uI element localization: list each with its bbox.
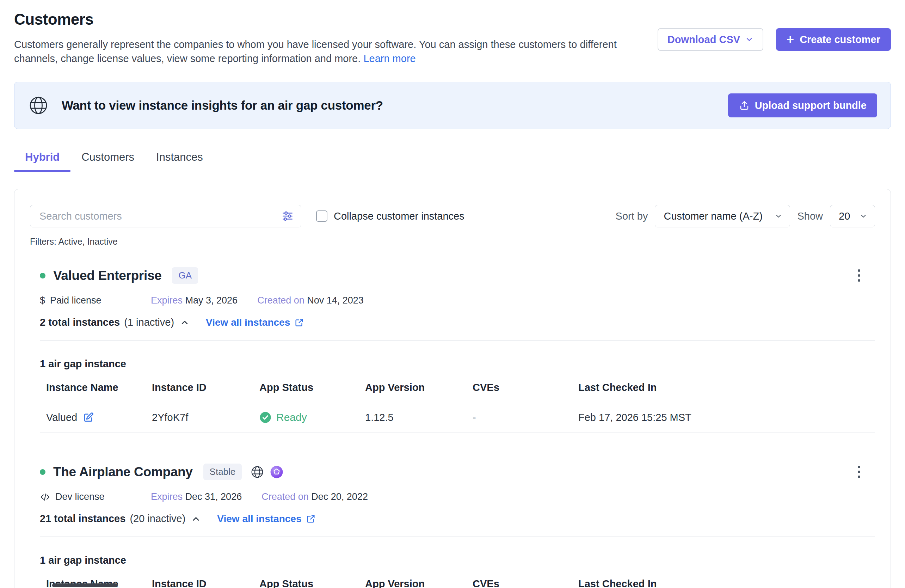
external-link-icon <box>306 514 316 524</box>
page-header: Customers Customers generally represent … <box>14 11 891 65</box>
chevron-down-icon <box>774 212 783 220</box>
dollar-icon: $ <box>40 295 45 306</box>
instance-name-cell: Valued <box>46 412 152 423</box>
page-description: Customers generally represent the compan… <box>14 37 645 65</box>
sort-by-label: Sort by <box>616 210 648 222</box>
app-status-cell: Ready <box>259 412 365 423</box>
instances-table: Instance Name Instance ID App Status App… <box>40 578 875 588</box>
page-title: Customers <box>14 11 645 28</box>
instances-table-header: Instance Name Instance ID App Status App… <box>40 578 875 588</box>
total-instances: 2 total instances <box>40 316 120 328</box>
divider <box>40 340 875 340</box>
col-instance-name: Instance Name <box>46 382 152 393</box>
customer-divider <box>30 443 875 443</box>
instances-summary-row: 21 total instances (20 inactive) View al… <box>40 513 875 524</box>
expires-meta: Expires May 3, 2026 <box>151 295 238 306</box>
customer-header: The Airplane Company Stable <box>40 463 875 481</box>
col-instance-id: Instance ID <box>152 382 259 393</box>
col-app-status: App Status <box>259 382 365 393</box>
sort-show-controls: Sort by Customer name (A-Z) Show 20 <box>616 205 875 227</box>
tab-bar: Hybrid Customers Instances <box>14 151 891 172</box>
upload-support-bundle-button[interactable]: Upload support bundle <box>728 94 877 118</box>
customer-header: Valued Enterprise GA <box>40 267 875 284</box>
search-wrap <box>30 205 301 227</box>
plus-icon: + <box>787 33 794 46</box>
inactive-count: (20 inactive) <box>130 513 185 524</box>
instances-summary-row: 2 total instances (1 inactive) View all … <box>40 316 875 328</box>
customer-the-airplane-company: The Airplane Company Stable <box>30 463 875 588</box>
airgap-heading: 1 air gap instance <box>40 555 875 566</box>
expires-meta: Expires Dec 31, 2026 <box>151 491 242 502</box>
customer-name[interactable]: The Airplane Company <box>53 465 193 480</box>
col-last-checked-in: Last Checked In <box>578 382 875 393</box>
app-version-cell: 1.12.5 <box>365 412 473 423</box>
airgap-banner: Want to view instance insights for an ai… <box>14 82 891 129</box>
show-label: Show <box>797 210 823 222</box>
license-row: Dev license Expires Dec 31, 2026 Created… <box>40 491 875 502</box>
col-cves: CVEs <box>473 578 578 588</box>
customer-name[interactable]: Valued Enterprise <box>53 268 161 283</box>
collapse-chevron-up-icon[interactable] <box>191 514 201 524</box>
created-meta: Created on Dec 20, 2022 <box>262 491 368 502</box>
check-circle-icon <box>259 412 272 423</box>
divider <box>40 537 875 537</box>
col-cves: CVEs <box>473 382 578 393</box>
collapse-chevron-up-icon[interactable] <box>180 318 190 327</box>
chevron-down-icon <box>745 35 753 44</box>
external-link-icon <box>294 318 304 327</box>
install-type-icons <box>250 465 283 479</box>
tab-customers[interactable]: Customers <box>70 151 145 172</box>
col-app-status: App Status <box>259 578 365 588</box>
create-customer-button[interactable]: + Create customer <box>776 28 891 51</box>
total-instances: 21 total instances <box>40 513 125 524</box>
channel-badge: Stable <box>203 464 242 480</box>
active-status-dot <box>40 469 46 475</box>
download-csv-button[interactable]: Download CSV <box>657 28 763 51</box>
page-header-text: Customers Customers generally represent … <box>14 11 645 65</box>
col-instance-id: Instance ID <box>152 578 259 588</box>
customers-page: Customers Customers generally represent … <box>0 0 905 588</box>
code-icon <box>40 492 51 502</box>
license-row: $ Paid license Expires May 3, 2026 Creat… <box>40 295 875 306</box>
active-filters-text: Filters: Active, Inactive <box>30 237 875 247</box>
learn-more-link[interactable]: Learn more <box>364 53 416 64</box>
search-input[interactable] <box>30 205 301 227</box>
col-app-version: App Version <box>365 382 473 393</box>
show-select[interactable]: 20 <box>830 205 875 227</box>
chevron-down-icon <box>859 212 868 220</box>
filter-sliders-icon[interactable] <box>282 210 294 222</box>
sort-select[interactable]: Customer name (A-Z) <box>655 205 790 227</box>
view-all-instances-link[interactable]: View all instances <box>217 513 315 524</box>
license-type: $ Paid license <box>40 295 151 306</box>
globe-icon <box>250 465 264 479</box>
instances-table: Instance Name Instance ID App Status App… <box>40 382 875 433</box>
col-app-version: App Version <box>365 578 473 588</box>
table-row: Valued 2YfoK7f Ready 1. <box>40 402 875 433</box>
kubernetes-app-icon <box>270 465 283 479</box>
collapse-instances-checkbox[interactable] <box>316 210 327 222</box>
toolbar: Collapse customer instances Sort by Cust… <box>30 205 875 227</box>
last-checked-in-cell: Feb 17, 2026 15:25 MST <box>578 412 875 423</box>
globe-icon <box>28 95 49 116</box>
license-type: Dev license <box>40 491 151 502</box>
customer-valued-enterprise: Valued Enterprise GA $ Paid license Expi… <box>30 267 875 433</box>
kebab-menu-icon[interactable] <box>855 463 863 481</box>
channel-badge: GA <box>172 267 198 284</box>
kebab-menu-icon[interactable] <box>855 267 863 284</box>
cves-cell: - <box>473 412 578 423</box>
inactive-count: (1 inactive) <box>124 316 174 328</box>
tab-hybrid[interactable]: Hybrid <box>14 151 70 172</box>
upload-icon <box>739 100 750 111</box>
instance-id-cell: 2YfoK7f <box>152 412 259 423</box>
banner-title: Want to view instance insights for an ai… <box>62 99 383 113</box>
header-actions: Download CSV + Create customer <box>657 28 891 51</box>
collapse-instances-label: Collapse customer instances <box>334 210 465 222</box>
created-meta: Created on Nov 14, 2023 <box>257 295 364 306</box>
horizontal-scrollbar-thumb[interactable] <box>52 583 118 587</box>
col-last-checked-in: Last Checked In <box>578 578 875 588</box>
view-all-instances-link[interactable]: View all instances <box>206 317 304 328</box>
tab-instances[interactable]: Instances <box>145 151 214 172</box>
edit-icon[interactable] <box>83 412 94 423</box>
active-status-dot <box>40 273 46 278</box>
collapse-instances-checkbox-group[interactable]: Collapse customer instances <box>316 210 465 222</box>
